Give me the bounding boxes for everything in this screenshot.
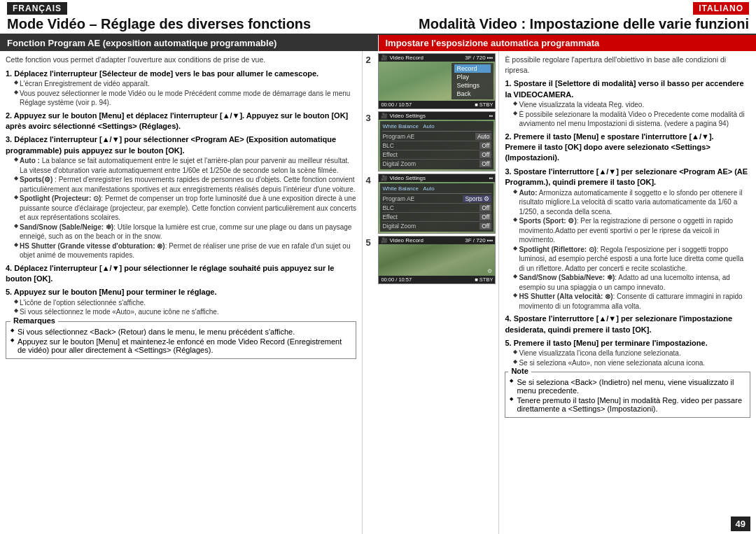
screen-5-container: 5 🎥 Video Record3F / 720 ▪▪▪ ⚙ 00:00 / 1…	[365, 236, 496, 284]
settings-row-zoom-3: Digital ZoomOff	[382, 160, 491, 168]
remarks-title: Remarques	[10, 316, 58, 325]
screen-4-topbar: 🎥 Video Settings▪▪	[379, 174, 495, 182]
note-title: Note	[508, 367, 531, 375]
screen-4-settings: White Balance Auto Program AESports ⚙ BL…	[380, 183, 493, 232]
remark-1: Si vous sélectionnez <Back> (Retour) dan…	[10, 328, 351, 336]
step-2: 2. Appuyez sur le bouton [Menu] et dépla…	[6, 111, 356, 132]
screen-4: 🎥 Video Settings▪▪ White Balance Auto Pr…	[378, 174, 496, 234]
menu-settings[interactable]: Settings	[454, 81, 491, 90]
page-number: 49	[731, 517, 750, 531]
lang-tag-left: FRANÇAIS	[7, 2, 67, 15]
left-intro: Cette fonction vous permet d'adapter l'o…	[6, 55, 356, 65]
screen-5-topbar: 🎥 Video Record3F / 720 ▪▪▪	[379, 237, 495, 244]
settings-row-ae-3: Program AEAuto	[382, 132, 491, 141]
menu-play[interactable]: Play	[454, 73, 491, 81]
note-2: Tenere premuto il tasto [Menu] in modali…	[510, 396, 746, 413]
right-step-2: 2. Premere il tasto [Menu] e spostare l'…	[505, 132, 750, 164]
screen-5-bottombar: 00:00 / 10:57■ STBY	[379, 276, 495, 283]
right-step-5: 5. Premere il tasto [Menu] per terminare…	[505, 338, 750, 367]
settings-row-zoom-4: Digital ZoomOff	[382, 222, 491, 230]
screen-2-menu: Record Play Settings Back	[451, 63, 493, 99]
title-left: Mode Vidéo – Réglage des diverses foncti…	[7, 16, 378, 32]
screen-5: 🎥 Video Record3F / 720 ▪▪▪ ⚙ 00:00 / 10:…	[378, 236, 496, 284]
screen-2-container: 2 🎥 Video Record3F / 720 ▪▪▪ Record Play…	[365, 53, 496, 109]
right-step-3: 3. Spostare l'interruttore [▲/▼] per sel…	[505, 167, 750, 311]
screen-4-container: 4 🎥 Video Settings▪▪ White Balance Auto …	[365, 174, 496, 234]
screen-3-topbar: 🎥 Video Settings▪▪	[379, 112, 495, 120]
banner-right: Impostare l'esposizione automatica progr…	[379, 35, 757, 51]
screen-2-number: 2	[365, 55, 375, 65]
menu-record[interactable]: Record	[454, 64, 491, 73]
step-1: 1. Déplacez l'interrupteur [Sélecteur de…	[6, 69, 356, 108]
note-box: Note Se si seleziona <Back> (Indietro) n…	[505, 372, 750, 418]
settings-row-effect-4: EffectOff	[382, 213, 491, 222]
menu-back[interactable]: Back	[454, 90, 491, 98]
right-step-1: 1. Spostare il [Selettore di modalità] v…	[505, 78, 750, 128]
step-3: 3. Déplacez l'interrupteur [▲/▼] pour sé…	[6, 134, 356, 260]
screen-3-container: 3 🎥 Video Settings▪▪ White Balance Auto …	[365, 111, 496, 171]
screen-2: 🎥 Video Record3F / 720 ▪▪▪ Record Play S…	[378, 53, 496, 109]
screen-3: 🎥 Video Settings▪▪ White Balance Auto Pr…	[378, 111, 496, 171]
right-panel: È possibile regolare l'apertura dell'obi…	[499, 51, 756, 534]
screen-5-number: 5	[365, 237, 375, 248]
settings-row-effect-3: EffectOff	[382, 150, 491, 160]
lang-tag-right: ITALIANO	[693, 2, 749, 15]
screens-column: 2 🎥 Video Record3F / 720 ▪▪▪ Record Play…	[363, 51, 499, 534]
settings-row-blc-4: BLCOff	[382, 204, 491, 213]
step-5: 5. Appuyez sur le bouton [Menu] pour ter…	[6, 287, 356, 316]
screen-2-topbar: 🎥 Video Record3F / 720 ▪▪▪	[379, 54, 495, 62]
settings-row-blc-3: BLCOff	[382, 141, 491, 150]
screen-3-number: 3	[365, 113, 375, 123]
banner-left: Fonction Program AE (exposition automati…	[0, 35, 378, 51]
settings-row-ae-4: Program AESports ⚙	[382, 195, 491, 204]
screen-4-header: White Balance Auto	[382, 185, 491, 194]
remark-2: Appuyez sur le bouton [Menu] et maintene…	[10, 337, 351, 354]
title-right: Modalità Video : Impostazione delle vari…	[378, 16, 749, 32]
right-intro: È possibile regolare l'apertura dell'obi…	[505, 55, 750, 75]
note-1: Se si seleziona <Back> (Indietro) nel me…	[510, 378, 746, 395]
left-panel: Cette fonction vous permet d'adapter l'o…	[0, 51, 363, 534]
screen-3-header: White Balance Auto	[382, 122, 491, 132]
screen-3-settings: White Balance Auto Program AEAuto BLCOff…	[380, 121, 493, 169]
step-4: 4. Déplacez l'interrupteur [▲/▼] pour sé…	[6, 263, 356, 285]
screen-2-bottombar: 00:00 / 10:57■ STBY	[379, 101, 495, 108]
screen-4-number: 4	[365, 175, 375, 185]
right-step-4: 4. Spostare l'interruttore [▲/▼] per sel…	[505, 314, 750, 335]
remarks-box: Remarques Si vous sélectionnez <Back> (R…	[6, 321, 356, 359]
